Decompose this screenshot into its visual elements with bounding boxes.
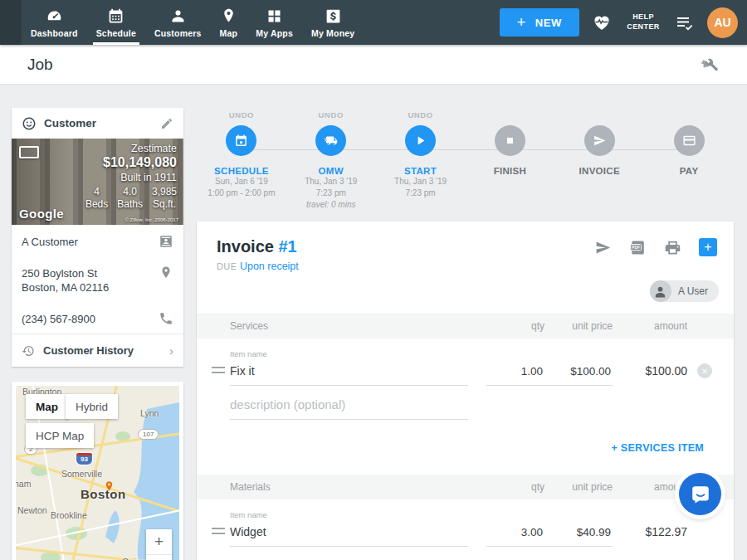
start-step-button[interactable] xyxy=(405,125,436,156)
service-line-item: Item name $100.00 × xyxy=(197,338,734,386)
col-unit-price: unit price xyxy=(544,481,613,493)
nav-item-my-apps[interactable]: My Apps xyxy=(247,0,302,45)
due-terms-link[interactable]: Upon receipt xyxy=(240,261,299,272)
zoom-out-button[interactable]: − xyxy=(146,555,172,560)
zestimate-label: Zestimate xyxy=(85,143,177,154)
history-icon xyxy=(22,344,35,358)
nav-item-my-money[interactable]: My Money xyxy=(302,0,364,45)
drag-handle[interactable] xyxy=(212,367,225,373)
customer-history-row[interactable]: Customer History › xyxy=(12,334,183,367)
phone-icon[interactable] xyxy=(159,311,173,326)
map-type-button-map[interactable]: Map xyxy=(26,394,68,419)
map-label-waltham: ham xyxy=(16,479,31,489)
item-description-input[interactable] xyxy=(230,548,468,560)
i93-shield: 93 xyxy=(76,452,93,465)
location-pin-icon[interactable] xyxy=(159,265,173,280)
google-logo: Google xyxy=(19,207,64,221)
services-section: Services qty unit price amount Item name… xyxy=(197,314,734,475)
dashboard-icon xyxy=(46,7,63,25)
built-year: Built in 1911 xyxy=(85,172,177,183)
pay-step-button[interactable] xyxy=(674,125,705,156)
undo-start-link[interactable]: UNDO xyxy=(408,110,432,120)
col-unit-price: unit price xyxy=(544,320,613,332)
edit-pencil-icon[interactable] xyxy=(160,117,173,130)
top-navbar: Dashboard Schedule Customers Map My Apps… xyxy=(0,0,747,45)
col-qty: qty xyxy=(486,320,544,332)
step-date: Thu, Jan 3 '19 xyxy=(394,176,447,187)
timeline-step-finish: FINISH xyxy=(465,110,554,211)
map-type-button-hybrid[interactable]: Hybrid xyxy=(66,394,118,419)
undo-omw-link[interactable]: UNDO xyxy=(319,110,344,120)
customer-address-row: 250 Boylston St Boston, MA 02116 xyxy=(12,256,183,302)
undo-schedule-link[interactable]: UNDO xyxy=(229,110,254,120)
send-invoice-icon[interactable] xyxy=(594,239,612,256)
credit-card-icon xyxy=(682,134,696,148)
property-stats: 4Beds 4.0Baths 3,985Sq.ft. xyxy=(85,186,177,211)
contact-card-icon[interactable] xyxy=(159,234,173,249)
money-icon xyxy=(325,7,342,25)
zoom-in-button[interactable]: + xyxy=(146,529,172,555)
step-label: OMW xyxy=(319,166,344,176)
item-unit-price-input[interactable] xyxy=(544,526,613,547)
col-amount: amount xyxy=(613,481,687,493)
finish-step-button[interactable] xyxy=(495,125,525,156)
customer-name: A Customer xyxy=(22,234,159,249)
map-pin-icon xyxy=(220,7,237,25)
zestimate-value: $10,149,080 xyxy=(85,155,177,170)
customer-name-row: A Customer xyxy=(12,225,183,256)
item-name-input[interactable] xyxy=(230,364,468,386)
schedule-step-button[interactable] xyxy=(226,125,256,156)
customer-phone: (234) 567-8900 xyxy=(22,311,159,326)
item-name-input[interactable] xyxy=(230,525,468,547)
assigned-user-chip[interactable]: A User xyxy=(650,280,719,302)
customer-card: Customer Zestimate $10,149,080 Built in … xyxy=(12,108,183,367)
item-description-input[interactable] xyxy=(230,387,468,420)
user-chip-avatar xyxy=(650,280,671,302)
item-qty-input[interactable] xyxy=(486,526,544,547)
add-invoice-button[interactable]: + xyxy=(699,238,717,256)
map-label-quincy: Quincy xyxy=(122,557,149,560)
timeline-step-omw: UNDO OMW Thu, Jan 3 '19 7:23 pm travel: … xyxy=(286,110,376,211)
invoice-header: Invoice #1 DUE Upon receipt PDF + xyxy=(197,222,734,272)
nav-item-map[interactable]: Map xyxy=(211,0,247,45)
add-service-row: + SERVICES ITEM xyxy=(197,420,734,475)
nav-item-customers[interactable]: Customers xyxy=(145,0,211,45)
chat-messenger-button[interactable] xyxy=(679,473,721,515)
new-button[interactable]: + NEW xyxy=(500,8,579,37)
item-unit-price-input[interactable] xyxy=(544,365,613,386)
step-time: 1:00 pm - 2:00 pm xyxy=(208,187,275,199)
nav-item-dashboard[interactable]: Dashboard xyxy=(22,0,87,45)
timeline-step-pay: PAY xyxy=(644,110,734,211)
schedule-icon xyxy=(107,7,124,25)
user-avatar[interactable]: AU xyxy=(707,7,738,38)
delete-item-icon[interactable]: × xyxy=(697,363,712,378)
health-heart-icon[interactable] xyxy=(592,12,612,32)
item-qty-input[interactable] xyxy=(486,365,544,386)
service-description-row xyxy=(197,386,734,420)
invoice-step-button[interactable] xyxy=(584,125,615,156)
customer-card-header: Customer xyxy=(12,108,183,139)
material-description-row xyxy=(197,547,734,560)
plus-icon: + xyxy=(517,15,526,30)
map-canvas[interactable]: Burlington Lynn 107 2 93 Somerville ham … xyxy=(16,386,179,560)
add-services-item-link[interactable]: + SERVICES ITEM xyxy=(611,442,704,454)
print-icon[interactable] xyxy=(664,239,681,256)
step-label: SCHEDULE xyxy=(214,166,269,176)
invoice-card: Invoice #1 DUE Upon receipt PDF + A User… xyxy=(197,222,734,560)
nav-item-schedule[interactable]: Schedule xyxy=(87,0,145,45)
job-settings-button[interactable] xyxy=(700,53,720,76)
nav-label: Schedule xyxy=(96,28,136,38)
item-amount: $122.97 xyxy=(613,525,687,547)
map-type-button-hcp[interactable]: HCP Map xyxy=(26,423,94,448)
nav-label: Dashboard xyxy=(31,28,78,38)
pdf-icon[interactable]: PDF xyxy=(629,239,647,256)
activity-list-icon[interactable] xyxy=(675,12,695,32)
item-name-label: Item name xyxy=(230,349,486,358)
help-center-link[interactable]: HELP CENTER xyxy=(624,12,662,32)
drag-handle[interactable] xyxy=(212,528,225,534)
materials-section: Materials qty unit price amount Item nam… xyxy=(197,475,734,560)
omw-step-button[interactable] xyxy=(315,125,346,156)
section-title: Services xyxy=(230,320,486,332)
page-title: Job xyxy=(27,56,53,74)
chevron-right-icon: › xyxy=(169,343,173,358)
